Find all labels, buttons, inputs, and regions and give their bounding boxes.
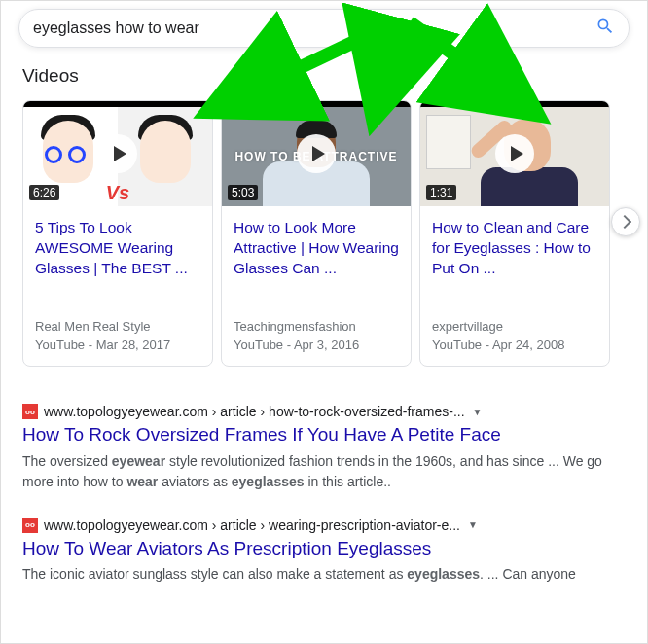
play-icon[interactable]: [297, 134, 336, 173]
result-snippet: The oversized eyewear style revolutioniz…: [22, 451, 626, 492]
chevron-down-icon[interactable]: ▼: [473, 407, 483, 417]
search-result: oo www.topologyeyewear.com › article › w…: [22, 518, 626, 586]
video-thumbnail[interactable]: HOW TO BE ATTRACTIVE 5:03: [222, 101, 411, 206]
result-url[interactable]: oo www.topologyeyewear.com › article › h…: [22, 404, 626, 419]
result-url[interactable]: oo www.topologyeyewear.com › article › w…: [22, 518, 626, 533]
video-card[interactable]: HOW TO BE ATTRACTIVE 5:03 How to Look Mo…: [221, 100, 412, 367]
search-input[interactable]: [33, 19, 595, 37]
video-meta: YouTube - Apr 24, 2008: [432, 338, 597, 352]
video-meta: YouTube - Mar 28, 2017: [35, 338, 200, 352]
play-icon[interactable]: [98, 134, 137, 173]
video-card[interactable]: 1:31 How to Clean and Care for Eyeglasse…: [419, 100, 610, 367]
result-title[interactable]: How To Rock Oversized Frames If You Have…: [22, 423, 626, 447]
video-duration: 6:26: [29, 185, 59, 200]
video-channel: Teachingmensfashion: [234, 319, 399, 334]
video-duration: 5:03: [228, 185, 258, 200]
chevron-down-icon[interactable]: ▼: [468, 519, 478, 530]
result-title[interactable]: How To Wear Aviators As Prescription Eye…: [22, 537, 626, 561]
video-thumbnail[interactable]: Vs 6:26: [23, 101, 212, 206]
video-meta: YouTube - Apr 3, 2016: [234, 338, 399, 352]
result-snippet: The iconic aviator sunglass style can al…: [22, 564, 626, 585]
play-icon[interactable]: [495, 134, 534, 173]
video-title[interactable]: How to Look More Attractive | How Wearin…: [234, 218, 399, 298]
video-carousel: Vs 6:26 5 Tips To Look AWESOME Wearing G…: [22, 100, 626, 367]
video-title[interactable]: 5 Tips To Look AWESOME Wearing Glasses |…: [35, 218, 200, 298]
video-channel: expertvillage: [432, 319, 597, 334]
favicon-icon: oo: [22, 518, 38, 533]
search-bar[interactable]: [18, 9, 630, 48]
video-duration: 1:31: [426, 185, 456, 200]
search-result: oo www.topologyeyewear.com › article › h…: [22, 404, 626, 492]
video-channel: Real Men Real Style: [35, 319, 200, 334]
carousel-next-button[interactable]: [611, 207, 640, 236]
favicon-icon: oo: [22, 404, 38, 419]
video-card[interactable]: Vs 6:26 5 Tips To Look AWESOME Wearing G…: [22, 100, 213, 367]
video-title[interactable]: How to Clean and Care for Eyeglasses : H…: [432, 218, 597, 298]
video-thumbnail[interactable]: 1:31: [420, 101, 609, 206]
videos-heading: Videos: [22, 65, 626, 87]
search-icon[interactable]: [595, 17, 615, 40]
